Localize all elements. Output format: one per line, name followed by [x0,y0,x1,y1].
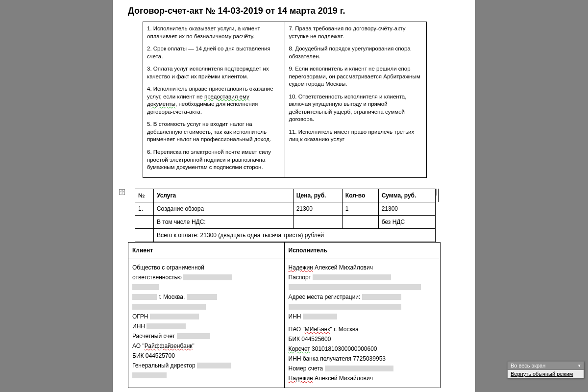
executor-name-rest: Алексей Михайлович [313,264,373,271]
term-item: 4. Исполнитель вправе приостановить оказ… [147,85,281,116]
term-item: 5. В стоимость услуг не входит налог на … [147,121,281,144]
app-viewport: Договор-счет-акт № 14-03-2019 от 14 март… [0,0,588,392]
redaction [313,274,391,280]
executor-header: Исполнитель [284,243,441,259]
client-acct-label: Расчетный счет [132,333,175,340]
term-item: 3. Оплата услуг исполнителя подтверждает… [147,65,281,80]
term-item: 2. Срок оплаты — 14 дней со дня выставле… [147,45,281,60]
document-content: Договор-счет-акт № 14-03-2019 от 14 март… [113,0,475,388]
redaction [289,304,401,310]
redaction [150,314,199,319]
executor-sign-spell: Надежин [289,375,313,382]
executor-cell: Надежин Алексей Михайлович Паспорт Адрес… [284,259,441,388]
services-row: 1. Создание обзора 21300 1 21300 [135,202,439,215]
term-item: 1. Исполнитель оказывает услуги, а клиен… [147,25,281,40]
redaction [177,333,210,339]
client-org-2: ответственностью [132,274,182,281]
redaction [197,363,231,368]
col-service: Услуга [153,189,293,202]
fullscreen-control[interactable]: Во весь экран ▾ Вернуть обычный режим [507,361,584,378]
parties-table: Клиент Исполнитель Общество с ограниченн… [128,242,441,388]
executor-name-spell: Надежин [289,264,313,271]
redaction [183,274,232,280]
client-cell: Общество с ограниченной ответственностью… [128,259,285,388]
redaction [303,314,337,319]
col-tail [435,189,438,202]
client-org-1: Общество с ограниченной [132,263,280,272]
terms-left-cell: 1. Исполнитель оказывает услуги, а клиен… [143,22,285,177]
restore-view-link[interactable]: Вернуть обычный режим [508,370,584,378]
client-ogrn-label: ОГРН [132,313,148,320]
fullscreen-title: Во весь экран [511,363,545,368]
executor-bik: БИК 044525600 [289,335,437,343]
services-header-row: № Услуга Цена, руб. Кол-во Сумма, руб. [135,189,439,202]
executor-inn-label: ИНН [289,313,301,320]
term-item: 6. Переписка по электронной почте имеет … [147,148,281,172]
fullscreen-title-bar[interactable]: Во весь экран ▾ [508,362,584,370]
client-bik: БИК 044525700 [132,351,280,360]
services-table: № Услуга Цена, руб. Кол-во Сумма, руб. 1… [135,189,439,243]
term-item: 7. Права требования по договору-счёту-ак… [289,25,423,40]
redaction [187,294,217,300]
document-page: Договор-счет-акт № 14-03-2019 от 14 март… [113,0,475,392]
term-item: 10. Ответственность исполнителя и клиент… [289,93,423,123]
client-header: Клиент [128,243,285,259]
client-inn-label: ИНН [132,323,145,330]
cell-num: 1. [135,202,154,215]
document-title: Договор-счет-акт № 14-03-2019 от 14 март… [128,5,460,17]
redaction [147,323,186,329]
terms-right-cell: 7. Права требования по договору-счёту-ак… [285,22,427,177]
executor-addr-label: Адрес места регистрации: [289,294,361,300]
vat-value: без НДС [378,216,435,229]
executor-passport-label: Паспорт [289,274,311,281]
services-total-row: Всего к оплате: 21300 (двадцать одна тыс… [135,229,439,242]
client-director-label: Генеральный директор [132,362,196,369]
redaction [132,372,167,378]
term-item: 11. Исполнитель имеет право привлечь тре… [289,128,423,144]
col-price: Цена, руб. [293,189,342,202]
client-city: г. Москва, [158,294,185,300]
executor-acct-label: Номер счета [289,365,323,372]
col-sum: Сумма, руб. [378,189,435,202]
col-num: № [135,189,154,202]
executor-sign-rest: Алексей Михайлович [313,375,373,382]
executor-bank-inn: ИНН банка получателя 7725039953 [289,354,437,363]
col-qty: Кол-во [342,189,378,202]
total-label: Всего к оплате: 21300 (двадцать одна тыс… [153,229,435,242]
term-item: 9. Если исполнитель и клиент не решили с… [289,65,423,88]
chevron-down-icon[interactable]: ▾ [578,363,581,368]
services-vat-row: В том числе НДС: без НДС [135,216,439,229]
cell-sum: 21300 [378,202,435,215]
cell-qty: 1 [342,202,378,215]
redaction [362,294,401,300]
cell-service: Создание обзора [153,202,293,215]
terms-table: 1. Исполнитель оказывает услуги, а клиен… [143,22,427,177]
redaction [132,284,159,290]
vat-label: В том числе НДС: [153,216,293,229]
table-anchor-icon[interactable]: ✢ [119,189,125,195]
redaction [132,294,157,300]
redaction [289,284,421,290]
redaction [132,304,206,310]
cell-price: 21300 [293,202,342,215]
term-item: 8. Досудебный порядок урегулирования спо… [289,45,423,60]
redaction [325,366,393,371]
